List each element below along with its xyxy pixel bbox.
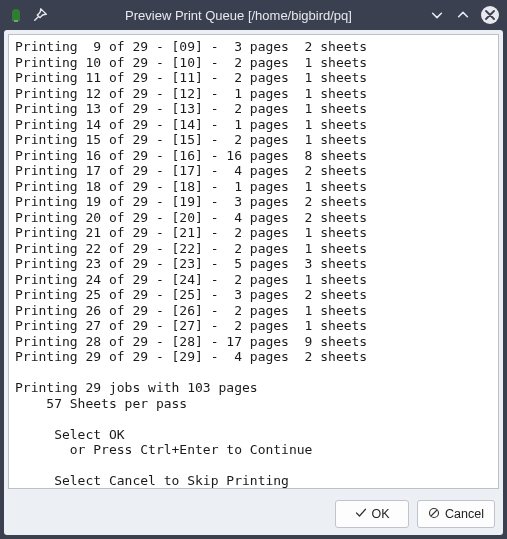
window-title: Preview Print Queue [/home/bigbird/pq]	[58, 8, 419, 23]
minimize-icon[interactable]	[429, 7, 445, 23]
titlebar-right	[429, 6, 499, 24]
svg-rect-0	[14, 20, 18, 22]
pin-icon[interactable]	[32, 7, 48, 23]
app-icon	[8, 7, 24, 23]
close-icon[interactable]	[481, 6, 499, 24]
titlebar-left	[8, 7, 48, 23]
cancel-icon	[428, 507, 440, 522]
log-output[interactable]: Printing 9 of 29 - [09] - 3 pages 2 shee…	[9, 35, 498, 488]
cancel-label: Cancel	[445, 507, 484, 521]
maximize-icon[interactable]	[455, 7, 471, 23]
button-bar: OK Cancel	[4, 493, 503, 535]
cancel-button[interactable]: Cancel	[417, 500, 495, 528]
titlebar: Preview Print Queue [/home/bigbird/pq]	[0, 0, 507, 30]
ok-label: OK	[372, 507, 390, 521]
window: Preview Print Queue [/home/bigbird/pq] P…	[0, 0, 507, 539]
content-area: Printing 9 of 29 - [09] - 3 pages 2 shee…	[4, 30, 503, 535]
check-icon	[355, 507, 367, 522]
text-pane-wrap: Printing 9 of 29 - [09] - 3 pages 2 shee…	[8, 34, 499, 489]
svg-line-2	[431, 510, 437, 516]
ok-button[interactable]: OK	[335, 500, 409, 528]
